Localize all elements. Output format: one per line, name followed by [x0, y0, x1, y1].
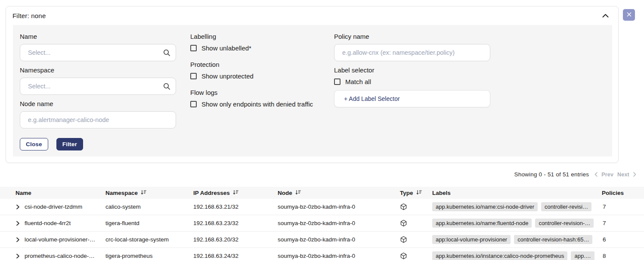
table-row[interactable]: prometheus-calico-node-… tigera-promethe… — [0, 248, 644, 260]
match-all-label: Match all — [345, 78, 371, 85]
endpoint-labels: app.kubernetes.io/instance:calico-node-p… — [432, 251, 602, 260]
table-row[interactable]: fluentd-node-4rr2t tigera-fluentd 192.16… — [0, 215, 644, 232]
sort-icon — [233, 190, 238, 196]
checkbox-icon — [190, 73, 197, 79]
column-header-labels: Labels — [432, 190, 602, 196]
checkbox-icon — [190, 45, 197, 51]
endpoint-node: soumya-bz-0zbo-kadm-infra-0 — [278, 253, 355, 259]
label-selector-section-label: Label selector — [334, 66, 374, 74]
policy-name-input[interactable] — [334, 44, 490, 61]
endpoints-page: Filter: none Name Namespace — [0, 0, 644, 260]
namespace-select-input[interactable] — [20, 78, 176, 95]
labelling-section-label: Labelling — [190, 33, 216, 40]
sort-icon — [416, 190, 422, 196]
node-name-field — [20, 111, 176, 128]
chevron-left-icon[interactable] — [594, 172, 598, 177]
filter-title: Filter: none — [12, 12, 46, 19]
pagination: Showing 0 - 51 of 51 entries Prev Next — [514, 171, 636, 178]
label-chip: app.… — [571, 251, 594, 260]
close-icon — [627, 12, 632, 18]
label-chip: app.kubernetes.io/name:fluentd-node — [432, 219, 532, 228]
endpoint-namespace: calico-system — [105, 204, 141, 210]
expand-row-chevron-icon[interactable] — [16, 254, 20, 259]
chevron-right-icon[interactable] — [633, 172, 636, 177]
add-label-selector-button[interactable]: + Add Label Selector — [334, 90, 490, 107]
expand-row-chevron-icon[interactable] — [16, 237, 20, 242]
chevron-up-icon — [602, 13, 609, 19]
column-header-node[interactable]: Node — [278, 190, 400, 196]
show-unlabelled-label: Show unlabelled* — [201, 44, 251, 52]
namespace-field-label: Namespace — [20, 66, 54, 74]
checkbox-icon — [190, 101, 197, 107]
endpoint-labels: app.kubernetes.io/name:fluentd-nodecontr… — [432, 219, 602, 228]
column-header-type[interactable]: Type — [400, 190, 432, 196]
pod-icon — [400, 203, 407, 210]
table-header-row: Name Namespace IP Addresses Node Type La… — [0, 187, 644, 199]
protection-section-label: Protection — [190, 61, 220, 68]
show-denied-traffic-label: Show only endpoints with denied traffic — [201, 100, 313, 108]
entries-summary: Showing 0 - 51 of 51 entries — [514, 171, 589, 178]
pod-icon — [400, 236, 407, 243]
close-page-button[interactable] — [623, 9, 635, 21]
pod-icon — [400, 252, 407, 260]
endpoint-namespace: tigera-fluentd — [105, 220, 139, 226]
node-field-label: Node name — [20, 100, 53, 107]
name-select — [20, 44, 176, 61]
sort-icon — [141, 190, 146, 196]
name-select-input[interactable] — [20, 44, 176, 61]
label-chip: controller-revision-… — [535, 219, 594, 228]
table-row[interactable]: local-volume-provisioner-… crc-local-sto… — [0, 232, 644, 248]
show-unlabelled-checkbox[interactable]: Show unlabelled* — [190, 44, 251, 52]
endpoint-name: csi-node-driver-tzdmm — [25, 204, 82, 210]
filter-panel-header: Filter: none — [6, 6, 618, 25]
endpoint-ip: 192.168.63.20/32 — [193, 236, 238, 243]
expand-row-chevron-icon[interactable] — [16, 204, 20, 210]
table-body: csi-node-driver-tzdmm calico-system 192.… — [0, 199, 644, 260]
policy-name-field-label: Policy name — [334, 33, 369, 40]
filter-form: Name Namespace Node name — [13, 25, 612, 157]
name-field-label: Name — [20, 33, 37, 40]
prev-page-button[interactable]: Prev — [601, 172, 613, 178]
endpoints-table: Name Namespace IP Addresses Node Type La… — [0, 187, 644, 260]
endpoint-ip: 192.168.63.23/32 — [193, 220, 238, 226]
column-header-policies: Policies — [602, 190, 644, 196]
endpoint-node: soumya-bz-0zbo-kadm-infra-0 — [278, 204, 355, 210]
endpoint-name: local-volume-provisioner-… — [25, 236, 95, 243]
endpoint-name: prometheus-calico-node-… — [25, 253, 95, 259]
filter-panel: Filter: none Name Namespace — [6, 6, 619, 163]
pod-icon — [400, 219, 407, 227]
match-all-checkbox[interactable]: Match all — [334, 78, 371, 85]
expand-row-chevron-icon[interactable] — [16, 221, 20, 226]
flow-logs-section-label: Flow logs — [190, 89, 217, 96]
show-unprotected-label: Show unprotected — [201, 72, 254, 80]
endpoint-policies: 7 — [603, 220, 606, 226]
table-row[interactable]: csi-node-driver-tzdmm calico-system 192.… — [0, 199, 644, 215]
endpoint-namespace: crc-local-storage-system — [105, 236, 169, 243]
checkbox-icon — [334, 78, 341, 85]
filter-button[interactable]: Filter — [56, 138, 83, 150]
endpoint-name: fluentd-node-4rr2t — [25, 220, 71, 226]
endpoint-ip: 192.168.63.24/32 — [193, 253, 238, 259]
show-denied-traffic-checkbox[interactable]: Show only endpoints with denied traffic — [190, 100, 313, 108]
label-chip: controller-revisi… — [541, 202, 591, 211]
endpoint-policies: 6 — [603, 236, 606, 243]
column-header-ip-addresses[interactable]: IP Addresses — [193, 190, 278, 196]
policy-name-field — [334, 44, 490, 61]
endpoint-labels: app.kubernetes.io/name:csi-node-driverco… — [432, 202, 602, 211]
close-button[interactable]: Close — [20, 138, 48, 150]
node-name-input[interactable] — [20, 111, 176, 128]
endpoint-node: soumya-bz-0zbo-kadm-infra-0 — [278, 220, 355, 226]
endpoint-policies: 7 — [603, 204, 606, 210]
label-chip: controller-revision-hash:65… — [514, 235, 592, 244]
column-header-namespace[interactable]: Namespace — [105, 190, 193, 196]
collapse-filter-button[interactable] — [601, 12, 610, 20]
endpoint-ip: 192.168.63.21/32 — [193, 204, 238, 210]
endpoint-policies: 8 — [603, 253, 606, 259]
sort-icon — [295, 190, 301, 196]
next-page-button[interactable]: Next — [617, 172, 629, 178]
column-header-name: Name — [0, 190, 105, 196]
label-chip: app.kubernetes.io/name:csi-node-driver — [432, 202, 538, 211]
show-unprotected-checkbox[interactable]: Show unprotected — [190, 72, 254, 80]
endpoint-namespace: tigera-prometheus — [105, 253, 153, 259]
namespace-select — [20, 78, 176, 95]
